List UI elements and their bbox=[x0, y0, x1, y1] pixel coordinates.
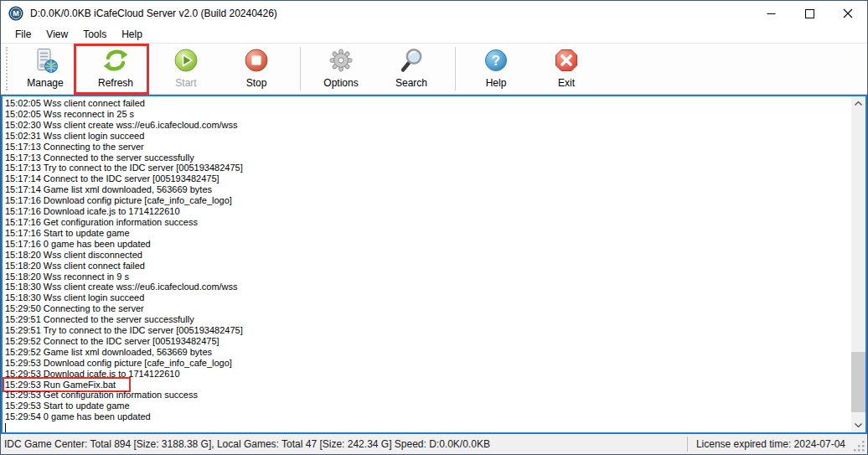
log-line: 15:29:53 Get configuration information s… bbox=[5, 390, 851, 401]
text-caret bbox=[5, 423, 6, 432]
app-window: M D:0.0K/0.0KB iCafeCloud Server v2.0 (B… bbox=[0, 0, 868, 455]
svg-text:M: M bbox=[13, 9, 19, 18]
log-line: 15:17:14 Game list xml downloaded, 56366… bbox=[5, 184, 851, 195]
menu-tools[interactable]: Tools bbox=[75, 27, 114, 42]
log-line: 15:29:53 Download config picture [cafe_i… bbox=[5, 358, 851, 369]
toolbar-separator bbox=[455, 47, 456, 90]
search-label: Search bbox=[395, 77, 427, 89]
log-output[interactable]: 15:02:05 Wss client connect failed15:02:… bbox=[3, 96, 851, 432]
stop-label: Stop bbox=[246, 77, 267, 89]
log-line: 15:18:30 Wss client login succeed bbox=[5, 292, 851, 303]
manage-button[interactable]: Manage bbox=[18, 45, 72, 92]
log-line: 15:17:16 Start to update game bbox=[5, 228, 851, 239]
window-title: D:0.0K/0.0KB iCafeCloud Server v2.0 (Bui… bbox=[30, 8, 277, 19]
log-line: 15:29:50 Connecting to the server bbox=[5, 303, 851, 314]
log-line: 15:02:30 Wss client create wss://eu6.ica… bbox=[5, 120, 851, 131]
log-line: 15:17:16 Download icafe.js to 1714122610 bbox=[5, 206, 851, 217]
minimize-icon bbox=[767, 9, 776, 18]
log-line: 15:18:30 Wss client create wss://eu6.ica… bbox=[5, 282, 851, 292]
menu-bar: File View Tools Help bbox=[1, 26, 867, 43]
exit-icon bbox=[553, 47, 580, 74]
log-line: 15:29:52 Game list xml downloaded, 56366… bbox=[5, 347, 851, 358]
scroll-up-button[interactable] bbox=[851, 96, 865, 111]
svg-text:?: ? bbox=[492, 54, 500, 68]
maximize-icon bbox=[805, 9, 814, 18]
maximize-button[interactable] bbox=[790, 1, 829, 26]
log-line: 15:17:13 Try to connect to the IDC serve… bbox=[5, 163, 851, 173]
start-button[interactable]: Start bbox=[159, 45, 213, 92]
options-button[interactable]: Options bbox=[314, 45, 368, 92]
log-line: 15:17:13 Connecting to the server bbox=[5, 142, 851, 153]
log-line: 15:29:53 Start to update game bbox=[5, 401, 851, 411]
scrollbar-thumb[interactable] bbox=[851, 352, 865, 412]
refresh-label: Refresh bbox=[98, 77, 133, 89]
log-line: 15:29:51 Try to connect to the IDC serve… bbox=[5, 325, 851, 336]
stop-icon bbox=[243, 47, 270, 74]
log-line: 15:29:53 Download icafe.js to 1714122610 bbox=[5, 369, 851, 380]
log-line: 15:02:05 Wss client connect failed bbox=[5, 98, 851, 109]
help-button[interactable]: ? Help bbox=[469, 45, 523, 92]
log-panel: 15:02:05 Wss client connect failed15:02:… bbox=[1, 95, 867, 434]
menu-help[interactable]: Help bbox=[114, 27, 150, 42]
log-line: 15:17:13 Connected to the server success… bbox=[5, 153, 851, 163]
refresh-button[interactable]: Refresh bbox=[89, 45, 142, 92]
log-line: 15:29:51 Connected to the server success… bbox=[5, 314, 851, 325]
gear-icon bbox=[328, 47, 354, 74]
options-label: Options bbox=[323, 77, 358, 89]
menu-view[interactable]: View bbox=[39, 27, 75, 42]
log-line: 15:17:16 Get configuration information s… bbox=[5, 217, 851, 228]
help-label: Help bbox=[486, 77, 507, 89]
status-games-info: IDC Game Center: Total 894 [Size: 3188.3… bbox=[1, 438, 490, 450]
magnifier-icon bbox=[398, 47, 425, 74]
question-icon: ? bbox=[483, 47, 509, 74]
menu-file[interactable]: File bbox=[8, 27, 39, 42]
refresh-arrows-icon bbox=[102, 47, 129, 74]
manage-label: Manage bbox=[27, 77, 63, 89]
log-line: 15:02:31 Wss client login succeed bbox=[5, 131, 851, 142]
toolbar: Manage Refresh Start bbox=[1, 43, 867, 95]
log-line: 15:29:52 Connect to the IDC server [0051… bbox=[5, 336, 851, 347]
exit-label: Exit bbox=[558, 77, 575, 89]
log-line: 15:02:05 Wss reconnect in 25 s bbox=[5, 109, 851, 120]
log-line: 15:29:54 0 game has been updated bbox=[5, 411, 851, 422]
stop-button[interactable]: Stop bbox=[230, 45, 283, 92]
server-globe-icon bbox=[32, 47, 59, 74]
close-icon bbox=[843, 8, 853, 18]
search-button[interactable]: Search bbox=[385, 45, 438, 92]
minimize-button[interactable] bbox=[752, 1, 790, 26]
status-bar: IDC Game Center: Total 894 [Size: 3188.3… bbox=[1, 434, 867, 454]
exit-button[interactable]: Exit bbox=[540, 45, 593, 92]
chevron-up-icon bbox=[855, 101, 862, 106]
play-icon bbox=[173, 47, 199, 74]
log-line: 15:17:16 0 game has been updated bbox=[5, 239, 851, 250]
toolbar-gripper[interactable] bbox=[6, 47, 8, 90]
icafecloud-logo-icon: M bbox=[8, 6, 23, 21]
log-line: 15:18:20 Wss reconnect in 9 s bbox=[5, 271, 851, 282]
resize-grip-icon[interactable] bbox=[854, 441, 865, 452]
vertical-scrollbar[interactable] bbox=[851, 96, 865, 432]
status-license-info: License expired time: 2024-07-04 bbox=[688, 438, 854, 450]
log-line: 15:17:14 Connect to the IDC server [0051… bbox=[5, 173, 851, 184]
chevron-down-icon bbox=[855, 423, 862, 427]
log-line-highlighted: 15:29:53 Run GameFix.bat bbox=[5, 380, 851, 390]
log-line: 15:17:16 Download config picture [cafe_i… bbox=[5, 195, 851, 206]
log-line: 15:18:20 Wss client connect failed bbox=[5, 261, 851, 271]
close-button[interactable] bbox=[829, 1, 867, 26]
log-line: 15:18:20 Wss client disconnected bbox=[5, 250, 851, 261]
toolbar-separator bbox=[300, 47, 301, 90]
start-label: Start bbox=[175, 77, 196, 89]
title-bar: M D:0.0K/0.0KB iCafeCloud Server v2.0 (B… bbox=[1, 1, 867, 26]
scroll-down-button[interactable] bbox=[851, 418, 865, 432]
window-controls bbox=[752, 1, 867, 26]
